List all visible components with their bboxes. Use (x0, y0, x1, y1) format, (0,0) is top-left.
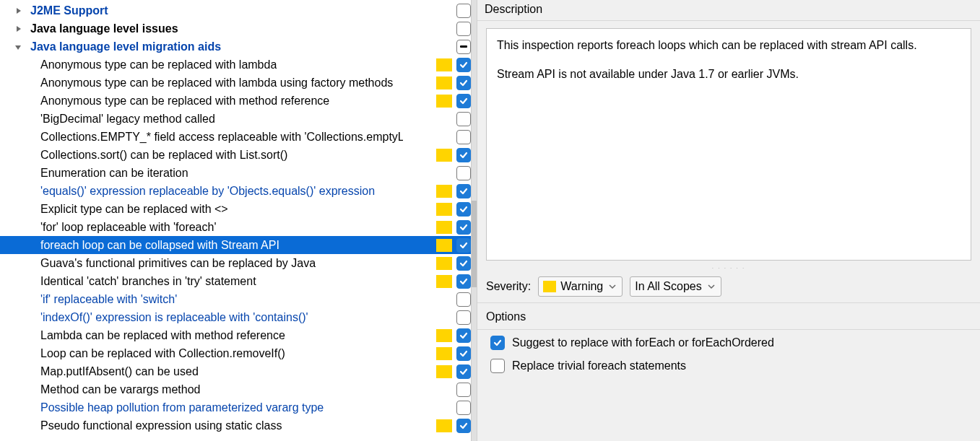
inspection-checkbox[interactable] (456, 166, 471, 180)
tree-item[interactable]: Method can be varargs method (0, 380, 477, 398)
inspection-checkbox[interactable] (456, 256, 471, 271)
inspection-checkbox[interactable] (456, 310, 471, 325)
tree-item[interactable]: foreach loop can be collapsed with Strea… (0, 236, 477, 254)
inspection-checkbox[interactable] (456, 184, 471, 198)
inspection-checkbox[interactable] (456, 383, 471, 397)
option-row-2: Replace trivial foreach statements (477, 353, 980, 376)
chevron-down-icon[interactable] (13, 42, 23, 52)
tree-item[interactable]: Anonymous type can be replaced with meth… (0, 92, 477, 110)
tree-item[interactable]: Enumeration can be iteration (0, 164, 477, 182)
inspection-checkbox[interactable] (456, 58, 471, 72)
tree-item-label: Collections.sort() can be replaced with … (38, 149, 287, 162)
severity-chip (436, 149, 452, 162)
inspection-checkbox[interactable] (456, 76, 471, 90)
tree-item-label: Enumeration can be iteration (38, 167, 188, 180)
tree-group-label: Java language level migration aids (27, 40, 221, 53)
tree-item-label: 'BigDecimal' legacy method called (38, 113, 215, 126)
inspection-tree-panel: J2ME SupportJava language level issuesJa… (0, 0, 477, 441)
tree-item[interactable]: Collections.EMPTY_* field access replace… (0, 128, 477, 146)
tree-item[interactable]: 'BigDecimal' legacy method called (0, 110, 477, 128)
inspection-checkbox[interactable] (456, 364, 471, 379)
severity-chip (436, 239, 452, 252)
tree-item-label: Guava's functional primitives can be rep… (38, 257, 316, 270)
scope-combo[interactable]: In All Scopes (630, 276, 721, 297)
inspection-checkbox[interactable] (456, 346, 471, 361)
inspection-checkbox[interactable] (456, 328, 471, 343)
severity-row: Severity: Warning In All Scopes (477, 271, 980, 302)
inspection-checkbox[interactable] (456, 22, 471, 36)
severity-chip (436, 275, 452, 288)
tree-item[interactable]: Possible heap pollution from parameteriz… (0, 398, 477, 416)
chevron-down-icon (607, 281, 617, 292)
chevron-right-icon[interactable] (13, 24, 23, 34)
tree-item[interactable]: Anonymous type can be replaced with lamb… (0, 74, 477, 92)
severity-combo[interactable]: Warning (538, 276, 623, 297)
inspection-checkbox[interactable] (456, 112, 471, 126)
options-title: Options (477, 302, 980, 330)
chevron-right-icon[interactable] (13, 6, 23, 16)
option-check-2[interactable] (490, 359, 505, 373)
tree-item-label: Pseudo functional expression using stati… (38, 419, 282, 432)
tree-item-label: 'for' loop replaceable with 'foreach' (38, 221, 216, 234)
inspection-checkbox[interactable] (456, 274, 471, 289)
tree-item-label: 'equals()' expression replaceable by 'Ob… (38, 185, 375, 198)
tree-item-label: Loop can be replaced with Collection.rem… (38, 347, 285, 360)
option-label-1: Suggest to replace with forEach or forEa… (512, 336, 774, 349)
severity-label: Severity: (486, 280, 531, 293)
inspection-checkbox[interactable] (456, 148, 471, 162)
tree-item[interactable]: Explicit type can be replaced with <> (0, 200, 477, 218)
inspection-checkbox[interactable] (456, 419, 471, 433)
tree-item[interactable]: Pseudo functional expression using stati… (0, 416, 477, 435)
tree-item-label: Collections.EMPTY_* field access replace… (38, 131, 403, 144)
tree-group-label: J2ME Support (27, 4, 108, 17)
inspection-checkbox[interactable] (456, 40, 471, 54)
tree-item[interactable]: Anonymous type can be replaced with lamb… (0, 56, 477, 74)
description-title: Description (477, 0, 980, 21)
severity-chip (436, 203, 452, 216)
inspection-checkbox[interactable] (456, 94, 471, 108)
tree-item[interactable]: 'for' loop replaceable with 'foreach' (0, 218, 477, 236)
inspection-tree[interactable]: J2ME SupportJava language level issuesJa… (0, 0, 477, 435)
severity-chip (436, 58, 452, 71)
tree-item[interactable]: 'equals()' expression replaceable by 'Ob… (0, 182, 477, 200)
tree-item-label: Anonymous type can be replaced with meth… (38, 95, 329, 108)
inspection-checkbox[interactable] (456, 292, 471, 307)
description-p1: This inspection reports foreach loops wh… (497, 38, 961, 53)
chevron-down-icon (706, 281, 716, 292)
tree-item[interactable]: Identical 'catch' branches in 'try' stat… (0, 272, 477, 290)
severity-chip (436, 329, 452, 342)
severity-chip (436, 347, 452, 360)
inspection-checkbox[interactable] (456, 202, 471, 217)
scrollbar-thumb[interactable] (472, 201, 477, 287)
inspection-checkbox[interactable] (456, 130, 471, 144)
scope-value: In All Scopes (635, 280, 702, 293)
tree-group-label: Java language level issues (27, 22, 178, 35)
tree-item-label: Explicit type can be replaced with <> (38, 203, 228, 216)
tree-item[interactable]: 'indexOf()' expression is replaceable wi… (0, 308, 477, 326)
tree-item-label: foreach loop can be collapsed with Strea… (38, 239, 279, 252)
tree-item[interactable]: Collections.sort() can be replaced with … (0, 146, 477, 164)
tree-group[interactable]: Java language level migration aids (0, 38, 477, 56)
tree-group[interactable]: Java language level issues (0, 19, 477, 38)
inspection-checkbox[interactable] (456, 220, 471, 235)
severity-color-chip (543, 281, 556, 292)
tree-group[interactable]: J2ME Support (0, 1, 477, 19)
tree-item[interactable]: Lambda can be replaced with method refer… (0, 326, 477, 344)
option-label-2: Replace trivial foreach statements (512, 359, 686, 372)
tree-item-label: Anonymous type can be replaced with lamb… (38, 58, 277, 71)
severity-chip (436, 95, 452, 108)
severity-chip (436, 365, 452, 378)
severity-value: Warning (560, 280, 603, 293)
inspection-checkbox[interactable] (456, 4, 471, 18)
tree-item[interactable]: 'if' replaceable with 'switch' (0, 290, 477, 308)
resize-gripper[interactable]: · · · · · · (477, 265, 980, 271)
severity-chip (436, 257, 452, 270)
severity-chip (436, 221, 452, 234)
option-check-1[interactable] (490, 336, 505, 350)
tree-item[interactable]: Map.putIfAbsent() can be used (0, 362, 477, 380)
tree-item[interactable]: Guava's functional primitives can be rep… (0, 254, 477, 272)
split-divider[interactable] (471, 0, 477, 441)
inspection-checkbox[interactable] (456, 401, 471, 415)
inspection-checkbox[interactable] (456, 238, 471, 253)
tree-item[interactable]: Loop can be replaced with Collection.rem… (0, 344, 477, 362)
